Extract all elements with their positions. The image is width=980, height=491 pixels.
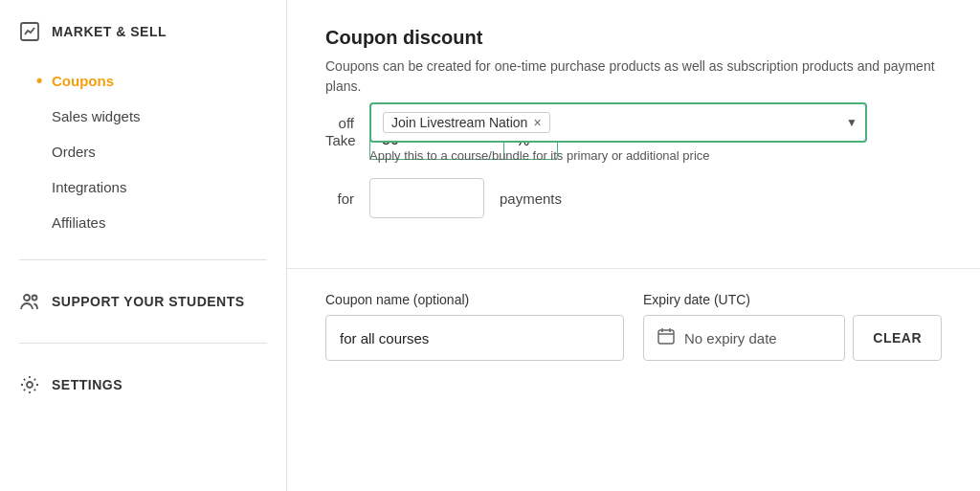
coupon-discount-description: Coupons can be created for one-time purc… [325, 56, 942, 97]
sidebar-divider-2 [19, 343, 267, 344]
off-hint: Apply this to a course/bundle for its pr… [369, 148, 942, 163]
off-form-row: off Join Livestream Nation × ▼ [325, 102, 942, 143]
calendar-icon [657, 327, 675, 348]
expiry-date-placeholder: No expiry date [684, 330, 777, 346]
off-select-wrapper: Join Livestream Nation × ▼ [369, 102, 867, 143]
sidebar-item-coupons[interactable]: Coupons [52, 63, 286, 99]
sidebar-item-orders[interactable]: Orders [52, 134, 286, 169]
svg-point-3 [27, 382, 33, 388]
chart-icon [19, 21, 40, 42]
svg-rect-4 [658, 330, 674, 344]
settings-section[interactable]: SETTINGS [0, 353, 286, 416]
settings-title: SETTINGS [52, 377, 122, 392]
market-sell-nav: Coupons Sales widgets Orders Integration… [0, 63, 286, 250]
off-label: off [325, 115, 354, 131]
bottom-grid: Coupon name (optional) Expiry date (UTC) [325, 292, 942, 361]
coupon-discount-title: Coupon discount [325, 27, 942, 49]
off-tag-close[interactable]: × [533, 116, 541, 129]
main-content: Coupon discount Coupons can be created f… [287, 0, 980, 491]
expiry-date-input[interactable]: No expiry date [643, 315, 845, 361]
gear-icon [19, 374, 40, 395]
off-select-box[interactable]: Join Livestream Nation × [369, 102, 867, 143]
support-students-title: SUPPORT YOUR STUDENTS [52, 294, 245, 309]
coupon-name-input[interactable] [325, 315, 624, 361]
market-sell-title: MARKET & SELL [52, 24, 167, 39]
svg-point-2 [33, 296, 37, 301]
sidebar-item-integrations[interactable]: Integrations [52, 169, 286, 205]
market-sell-section[interactable]: MARKET & SELL [0, 0, 286, 63]
off-row: off Join Livestream Nation × ▼ Apply thi… [325, 102, 942, 163]
coupon-name-label: Coupon name (optional) [325, 292, 624, 307]
sidebar-divider-1 [19, 259, 267, 260]
sidebar-item-affiliates[interactable]: Affiliates [52, 205, 286, 240]
for-row: for payments [325, 178, 942, 218]
coupon-discount-section: Coupon discount Coupons can be created f… [287, 0, 980, 269]
svg-point-1 [24, 295, 30, 301]
coupon-name-field: Coupon name (optional) [325, 292, 624, 361]
expiry-date-label: Expiry date (UTC) [643, 292, 942, 307]
off-tag-label: Join Livestream Nation [391, 115, 527, 130]
take-label: Take [325, 132, 354, 148]
coupon-name-expiry-section: Coupon name (optional) Expiry date (UTC) [287, 269, 980, 491]
off-tag: Join Livestream Nation × [383, 112, 550, 133]
chevron-down-icon: ▼ [846, 116, 858, 129]
for-label: for [325, 190, 354, 207]
sidebar-item-sales-widgets[interactable]: Sales widgets [52, 99, 286, 134]
for-payments-input[interactable] [369, 178, 484, 218]
expiry-date-row: No expiry date CLEAR [643, 315, 942, 361]
people-icon [19, 291, 40, 312]
clear-button[interactable]: CLEAR [853, 315, 942, 361]
expiry-date-field: Expiry date (UTC) No expiry date [643, 292, 942, 361]
support-students-section[interactable]: SUPPORT YOUR STUDENTS [0, 270, 286, 333]
payments-label: payments [500, 190, 562, 207]
sidebar: MARKET & SELL Coupons Sales widgets Orde… [0, 0, 287, 491]
